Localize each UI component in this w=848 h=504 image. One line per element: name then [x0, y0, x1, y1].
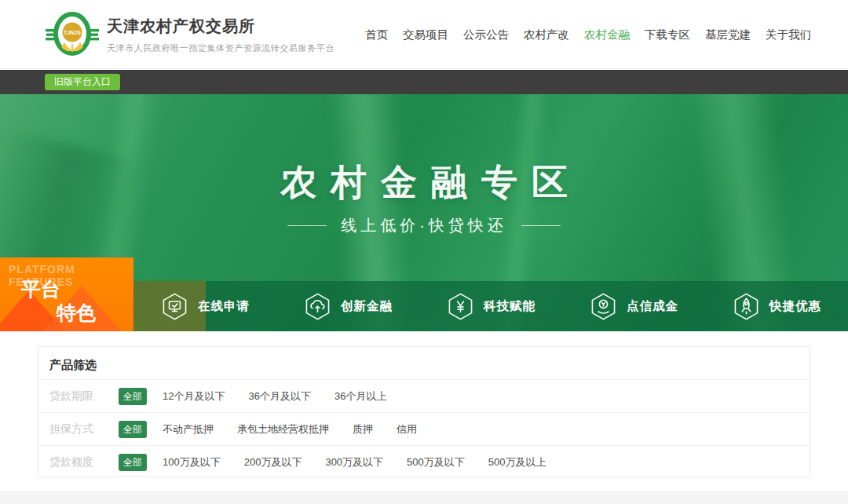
- filter-option[interactable]: 500万及以上: [488, 455, 546, 469]
- features-title-line2: 特色: [57, 300, 96, 326]
- logo-text: TJNJS: [64, 30, 81, 35]
- yen-icon: [446, 292, 475, 321]
- filter-all-button[interactable]: 全部: [119, 421, 147, 438]
- tab-label: 创新金融: [341, 298, 393, 315]
- banner-subtitle: 线上低价·快贷快还: [341, 215, 507, 236]
- filter-option[interactable]: 36个月及以下: [248, 389, 310, 404]
- filter-option[interactable]: 100万及以下: [163, 455, 221, 469]
- filter-all-button[interactable]: 全部: [119, 388, 147, 405]
- tab-tech-empowerment[interactable]: 科技赋能: [419, 281, 562, 331]
- footer-strip: [0, 491, 848, 504]
- rocket-icon: [732, 292, 761, 321]
- coin-hand-icon: [589, 292, 618, 321]
- nav-item-home[interactable]: 首页: [365, 27, 388, 42]
- filter-option[interactable]: 500万及以下: [407, 455, 465, 469]
- site-title: 天津农村产权交易所: [107, 16, 334, 37]
- features-title-line1: 平台: [21, 276, 60, 302]
- tab-label: 在线申请: [198, 298, 250, 315]
- site-subtitle: 天津市人民政府唯一指定集体资产资源流转交易服务平台: [107, 42, 334, 54]
- filter-option[interactable]: 300万及以下: [325, 455, 383, 469]
- filter-options: 100万及以下 200万及以下 300万及以下 500万及以下 500万及以上: [163, 455, 570, 469]
- page: TJNJS 天津农村产权交易所 天津市人民政府唯一指定集体资产资源流转交易服务平…: [0, 0, 848, 504]
- nav-item-about-us[interactable]: 关于我们: [766, 27, 811, 42]
- filter-row-guarantee-type: 担保方式 全部 不动产抵押 承包土地经营权抵押 质押 信用: [38, 412, 810, 445]
- nav-item-rural-reform[interactable]: 农村产改: [524, 27, 569, 42]
- filter-options: 不动产抵押 承包土地经营权抵押 质押 信用: [163, 422, 440, 436]
- filter-row-label: 贷款额度: [49, 455, 108, 469]
- tab-label: 科技赋能: [484, 298, 535, 315]
- tab-label: 点信成金: [627, 298, 678, 315]
- banner-subtitle-row: 线上低价·快贷快还: [0, 214, 848, 237]
- cloud-up-icon: [303, 292, 332, 321]
- subtitle-line-right: [521, 225, 561, 226]
- filter-options: 12个月及以下 36个月及以下 36个月以上: [163, 389, 410, 404]
- banner-title: 农村金融专区: [0, 159, 848, 207]
- filter-row-loan-amount: 贷款额度 全部 100万及以下 200万及以下 300万及以下 500万及以下 …: [38, 445, 810, 478]
- site-logo-icon: TJNJS: [46, 11, 99, 58]
- product-filter-panel: 产品筛选 贷款期限 全部 12个月及以下 36个月及以下 36个月以上 担保方式…: [38, 346, 810, 477]
- old-platform-entry-button[interactable]: 旧版平台入口: [45, 74, 120, 90]
- main-nav: 首页 交易项目 公示公告 农村产改 农村金融 下载专区 基层党建 关于我们: [365, 0, 811, 69]
- topbar: 旧版平台入口: [0, 70, 848, 94]
- tab-online-apply[interactable]: 在线申请: [133, 281, 276, 331]
- filter-option[interactable]: 不动产抵押: [163, 422, 214, 436]
- subtitle-line-left: [287, 225, 327, 226]
- tab-quick-discount[interactable]: 快捷优惠: [705, 281, 848, 331]
- tab-credit-to-gold[interactable]: 点信成金: [562, 281, 705, 331]
- feature-tabs: 在线申请 创新金融 科技赋能: [133, 281, 848, 331]
- site-header: TJNJS 天津农村产权交易所 天津市人民政府唯一指定集体资产资源流转交易服务平…: [0, 0, 848, 69]
- filter-row-loan-term: 贷款期限 全部 12个月及以下 36个月及以下 36个月以上: [38, 379, 810, 412]
- filter-option[interactable]: 信用: [397, 422, 417, 436]
- filter-option[interactable]: 200万及以下: [244, 455, 302, 469]
- filter-option[interactable]: 12个月及以下: [163, 389, 225, 404]
- filter-option[interactable]: 承包土地经营权抵押: [237, 422, 329, 436]
- hero-banner: 农村金融专区 线上低价·快贷快还 PLATFORM FEATURES 平台 特色: [0, 94, 848, 331]
- tab-label: 快捷优惠: [769, 298, 821, 315]
- logo-group[interactable]: TJNJS 天津农村产权交易所 天津市人民政府唯一指定集体资产资源流转交易服务平…: [46, 11, 334, 58]
- filter-panel-title: 产品筛选: [49, 358, 97, 373]
- filter-row-label: 担保方式: [49, 422, 108, 436]
- nav-item-downloads[interactable]: 下载专区: [645, 27, 690, 42]
- filter-option[interactable]: 36个月以上: [334, 389, 386, 404]
- tab-innovative-finance[interactable]: 创新金融: [276, 281, 419, 331]
- title-block: 天津农村产权交易所 天津市人民政府唯一指定集体资产资源流转交易服务平台: [107, 16, 334, 54]
- nav-item-rural-finance[interactable]: 农村金融: [584, 27, 630, 42]
- platform-features-block: PLATFORM FEATURES 平台 特色: [0, 257, 133, 331]
- nav-item-announcements[interactable]: 公示公告: [463, 27, 509, 42]
- nav-item-party-building[interactable]: 基层党建: [705, 27, 751, 42]
- filter-option[interactable]: 质押: [353, 422, 373, 436]
- nav-item-trade-projects[interactable]: 交易项目: [403, 27, 448, 42]
- monitor-check-icon: [160, 292, 189, 321]
- filter-all-button[interactable]: 全部: [119, 454, 147, 471]
- filter-row-label: 贷款期限: [49, 389, 108, 404]
